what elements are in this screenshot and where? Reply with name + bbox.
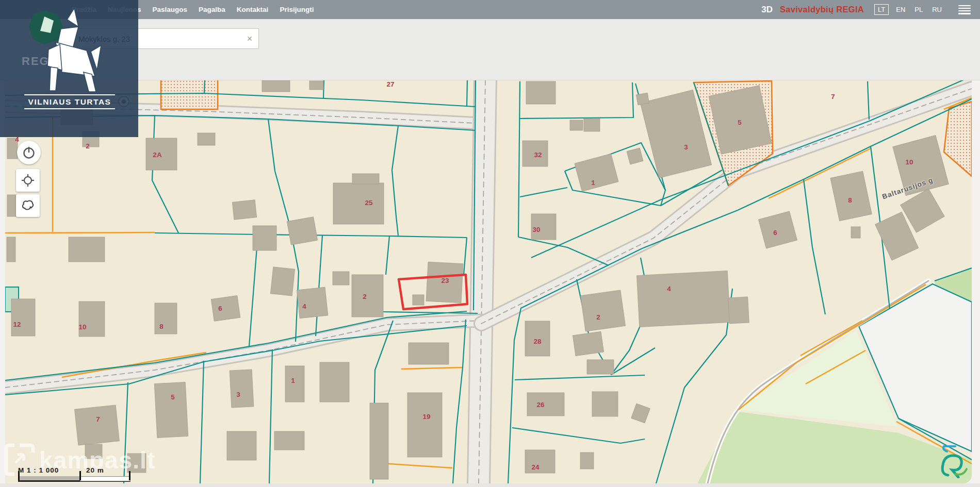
select-territory-button[interactable]	[16, 194, 40, 217]
parcel-label-8: 8	[848, 196, 852, 204]
parcel-label-19: 19	[422, 413, 430, 421]
overlay-title-plaque: VILNIAUS TURTAS	[24, 94, 115, 109]
language-button-ru[interactable]: RU	[930, 5, 944, 14]
parcel-label-32: 32	[534, 151, 542, 159]
parcel-label-10: 10	[905, 158, 913, 166]
parcel-label-4: 4	[667, 285, 671, 293]
history-tool-button[interactable]	[17, 141, 41, 164]
page: { "nav": { "items": ["Pradžia", "Naujien…	[0, 0, 980, 487]
parcel-label-6: 6	[218, 305, 222, 312]
parcel-label-2: 2	[363, 293, 367, 300]
view-3d-button[interactable]: 3D	[761, 5, 773, 15]
scale-ratio-text: M 1 : 1 000	[18, 466, 79, 474]
top-navbar: PradžiaNaujienosPaslaugosPagalbaKontakta…	[0, 0, 980, 19]
language-button-lt[interactable]: LT	[874, 4, 889, 15]
territory-outline-icon	[21, 199, 35, 212]
parcel-label-25: 25	[365, 199, 372, 207]
parcel-label-3: 3	[684, 143, 688, 151]
search-header: ×	[0, 19, 980, 80]
nav-item-kontaktai[interactable]: Kontaktai	[232, 4, 273, 15]
vilniaus-turtas-overlay: REG VILNIAUS TURTAS	[0, 0, 138, 137]
parcel-label-5: 5	[171, 393, 175, 401]
parcel-label-7: 7	[96, 415, 100, 423]
scale-bar-label: 20 m	[86, 466, 104, 474]
map-canvas[interactable]: 22A2524681012475311927321303571086242826…	[5, 80, 972, 483]
locate-me-button[interactable]	[16, 169, 40, 192]
parcel-label-5: 5	[738, 119, 742, 126]
parcel-label-2: 2	[86, 142, 90, 150]
parcel-label-23: 23	[441, 277, 449, 284]
parcel-label-6: 6	[773, 229, 777, 237]
power-clock-icon	[22, 145, 36, 160]
parcel-label-4: 4	[302, 303, 306, 310]
page-bottom-strip	[0, 483, 980, 487]
parcel-label-30: 30	[532, 226, 540, 233]
parcel-label-2: 2	[596, 313, 600, 321]
regia-corner-logo	[940, 444, 970, 480]
parcel-label-28: 28	[533, 338, 541, 345]
language-button-en[interactable]: EN	[894, 5, 907, 14]
parcel-label-1: 1	[591, 179, 595, 187]
nav-item-paslaugos[interactable]: Paslaugos	[148, 4, 192, 15]
parcel-label-27: 27	[386, 80, 394, 88]
wolf-logo-icon	[20, 4, 112, 97]
crosshair-icon	[21, 174, 35, 187]
hamburger-menu-icon[interactable]	[958, 5, 971, 14]
parcel-label-1: 1	[291, 377, 295, 384]
parcel-label-8: 8	[159, 323, 164, 330]
overlay-title-text: VILNIAUS TURTAS	[28, 97, 111, 107]
parcel-label-3: 3	[236, 391, 240, 398]
nav-item-prisijungti[interactable]: Prisijungti	[275, 4, 318, 15]
clear-search-icon[interactable]: ×	[241, 33, 258, 44]
parcel-label-24: 24	[531, 463, 539, 471]
parcel-label-12: 12	[13, 321, 21, 328]
scale-bar	[18, 475, 130, 482]
parcel-label-7: 7	[831, 93, 835, 100]
nav-item-pagalba[interactable]: Pagalba	[194, 4, 230, 15]
parcel-label-2A: 2A	[153, 151, 161, 159]
nav-right-group: 3D Savivaldybių REGIA LTENPLRU	[761, 0, 971, 19]
parcel-label-10: 10	[78, 323, 86, 331]
map-scale: M 1 : 1 000 20 m	[18, 466, 132, 482]
brand-title: Savivaldybių REGIA	[780, 5, 864, 14]
language-button-pl[interactable]: PL	[912, 5, 925, 14]
map-graphics	[5, 80, 972, 483]
parcel-label-26: 26	[536, 401, 544, 409]
language-switcher: LTENPLRU	[874, 4, 944, 15]
